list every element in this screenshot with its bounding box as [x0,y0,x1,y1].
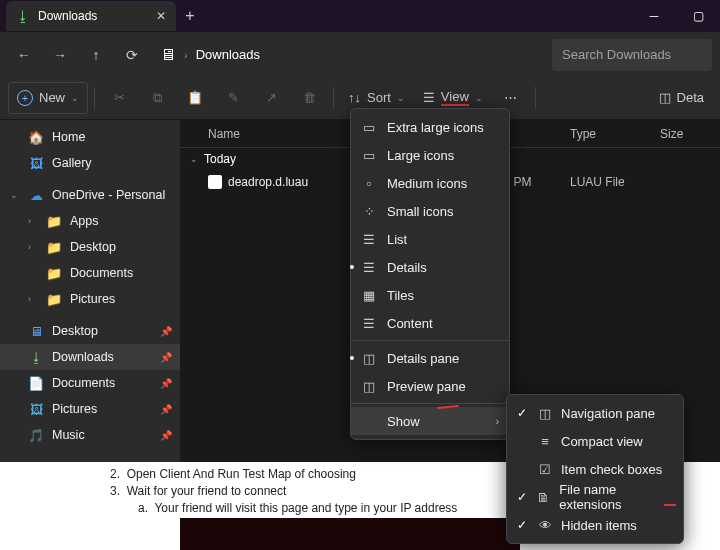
sidebar-item-gallery[interactable]: 🖼Gallery [0,150,180,176]
navigation-bar: ← → ↑ ⟳ 🖥 › Downloads Search Downloads [0,32,720,76]
refresh-button[interactable]: ⟳ [116,39,148,71]
column-size[interactable]: Size [660,127,720,141]
chevron-down-icon[interactable]: ⌄ [10,190,20,200]
menu-list[interactable]: ☰List [351,225,509,253]
menu-show[interactable]: Show› [351,407,509,435]
menu-preview-pane[interactable]: ◫Preview pane [351,372,509,400]
check-icon: ✓ [515,490,528,504]
cut-button[interactable]: ✂ [101,82,137,114]
copy-button[interactable]: ⧉ [139,82,175,114]
folder-icon: 📁 [46,292,62,307]
file-name: deadrop.d.luau [228,175,308,189]
menu-navigation-pane[interactable]: ✓◫Navigation pane [507,399,683,427]
menu-hidden-items[interactable]: ✓👁Hidden items [507,511,683,539]
pictures-icon: 🖼 [28,402,44,417]
bullet-icon: • [349,350,355,366]
menu-small-icons[interactable]: ⁘Small icons [351,197,509,225]
pin-icon: 📌 [160,404,172,415]
folder-icon: 📁 [46,214,62,229]
sidebar-quick-music[interactable]: 🎵Music📌 [0,422,180,448]
show-submenu: ✓◫Navigation pane ≡Compact view ☑Item ch… [506,394,684,544]
preview-pane-icon: ◫ [361,379,377,394]
chevron-right-icon[interactable]: › [28,242,38,252]
view-icon: ☰ [423,90,435,105]
chevron-right-icon[interactable]: › [28,216,38,226]
rename-button[interactable]: ✎ [215,82,251,114]
sidebar: 🏠Home 🖼Gallery ⌄☁OneDrive - Personal ›📁A… [0,120,180,482]
sidebar-quick-downloads[interactable]: ⭳Downloads📌 [0,344,180,370]
music-icon: 🎵 [28,428,44,443]
check-icon: ✓ [515,406,529,420]
pin-icon: 📌 [160,326,172,337]
compact-icon: ≡ [537,434,553,449]
breadcrumb-current[interactable]: Downloads [196,47,260,62]
chevron-down-icon: ⌄ [475,93,483,103]
bullet-icon: • [349,259,355,275]
sidebar-item-onedrive[interactable]: ⌄☁OneDrive - Personal [0,182,180,208]
list-icon: ☰ [361,232,377,247]
window-controls: ─ ▢ [632,0,720,32]
breadcrumb[interactable]: 🖥 › Downloads [152,39,548,71]
cloud-icon: ☁ [28,188,44,203]
pin-icon: 📌 [160,352,172,363]
search-input[interactable]: Search Downloads [552,39,712,71]
sidebar-item-apps[interactable]: ›📁Apps [0,208,180,234]
up-button[interactable]: ↑ [80,39,112,71]
chevron-right-icon: › [496,416,499,427]
desktop-icon: 🖥 [28,324,44,339]
menu-compact-view[interactable]: ≡Compact view [507,427,683,455]
documents-icon: 📄 [28,376,44,391]
close-tab-icon[interactable]: ✕ [156,9,166,23]
menu-file-name-extensions[interactable]: ✓🗎File name extensions [507,483,683,511]
pin-icon: 📌 [160,378,172,389]
details-toggle[interactable]: ◫ Deta [651,82,712,114]
chevron-right-icon[interactable]: › [28,294,38,304]
nav-pane-icon: ◫ [537,406,553,421]
menu-item-check-boxes[interactable]: ☑Item check boxes [507,455,683,483]
check-icon: ✓ [515,518,529,532]
sidebar-item-desktop[interactable]: ›📁Desktop [0,234,180,260]
column-type[interactable]: Type [570,127,660,141]
back-button[interactable]: ← [8,39,40,71]
file-icon [208,175,222,189]
new-button[interactable]: + New ⌄ [8,82,88,114]
menu-medium-icons[interactable]: ▫Medium icons [351,169,509,197]
menu-details[interactable]: •☰Details [351,253,509,281]
chevron-down-icon: ⌄ [190,154,198,164]
eye-icon: 👁 [537,518,553,533]
tab-title: Downloads [38,9,148,23]
search-placeholder: Search Downloads [562,47,671,62]
sidebar-quick-desktop[interactable]: 🖥Desktop📌 [0,318,180,344]
file-type: LUAU File [570,175,660,189]
menu-large-icons[interactable]: ▭Large icons [351,141,509,169]
chevron-down-icon: ⌄ [397,93,405,103]
delete-button[interactable]: 🗑 [291,82,327,114]
grid-icon: ▫ [361,176,377,191]
menu-separator [351,340,509,341]
sidebar-item-home[interactable]: 🏠Home [0,124,180,150]
sidebar-quick-pictures[interactable]: 🖼Pictures📌 [0,396,180,422]
paste-button[interactable]: 📋 [177,82,213,114]
menu-tiles[interactable]: ▦Tiles [351,281,509,309]
new-tab-button[interactable]: + [176,7,204,25]
grid-icon: ▭ [361,148,377,163]
details-pane-icon: ◫ [361,351,377,366]
window-tab[interactable]: ⭳ Downloads ✕ [6,1,176,31]
title-bar: ⭳ Downloads ✕ + ─ ▢ [0,0,720,32]
sidebar-quick-documents[interactable]: 📄Documents📌 [0,370,180,396]
share-button[interactable]: ↗ [253,82,289,114]
sidebar-item-documents[interactable]: 📁Documents [0,260,180,286]
forward-button[interactable]: → [44,39,76,71]
sidebar-item-pictures[interactable]: ›📁Pictures [0,286,180,312]
grid-icon: ⁘ [361,204,377,219]
maximize-button[interactable]: ▢ [676,0,720,32]
annotation-mark [664,504,676,506]
menu-details-pane[interactable]: •◫Details pane [351,344,509,372]
menu-extra-large-icons[interactable]: ▭Extra large icons [351,113,509,141]
menu-content[interactable]: ☰Content [351,309,509,337]
chevron-down-icon: ⌄ [71,93,79,103]
minimize-button[interactable]: ─ [632,0,676,32]
view-menu: ▭Extra large icons ▭Large icons ▫Medium … [350,108,510,440]
divider [333,87,334,109]
tiles-icon: ▦ [361,288,377,303]
